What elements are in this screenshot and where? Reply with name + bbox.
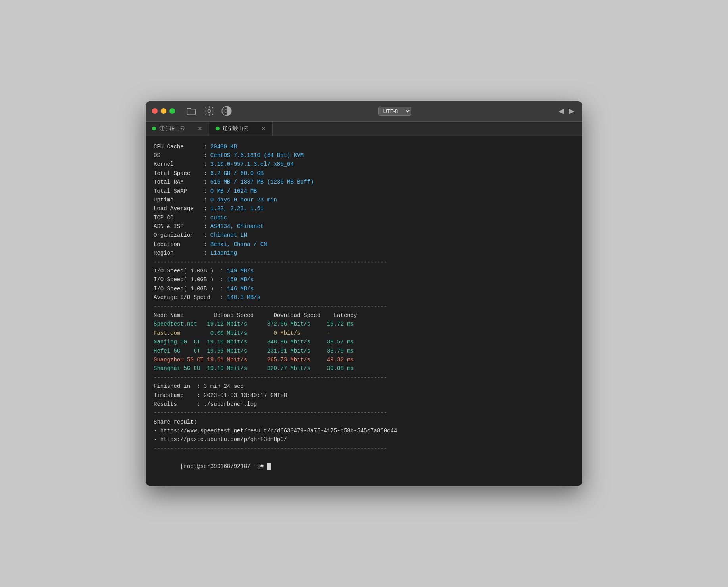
line-io-1: I/O Speed( 1.0GB ) : 149 MB/s [154,267,574,275]
node-fastcom: Fast.com 0.00 Mbit/s 0 Mbit/s - [154,329,574,338]
line-timestamp: Timestamp : 2023-01-03 13:40:17 GMT+8 [154,391,574,400]
node-speedtest: Speedtest.net 19.12 Mbit/s 372.56 Mbit/s… [154,320,574,328]
line-location: Location : Benxi, China / CN [154,240,574,249]
minimize-button[interactable] [161,108,166,114]
line-share-label: Share result: [154,418,574,426]
line-io-2: I/O Speed( 1.0GB ) : 150 MB/s [154,275,574,284]
node-nanjing: Nanjing 5G CT 19.10 Mbit/s 348.96 Mbit/s… [154,338,574,346]
line-cpu-cache: CPU Cache : 20480 KB [154,142,574,151]
line-total-space: Total Space : 6.2 GB / 60.0 GB [154,169,574,178]
table-header: Node Name Upload Speed Download Speed La… [154,311,574,320]
line-uptime: Uptime : 0 days 0 hour 23 min [154,196,574,204]
color-icon[interactable] [221,106,232,117]
titlebar-icons [186,106,232,117]
line-kernel: Kernel : 3.10.0-957.1.3.el7.x86_64 [154,160,574,169]
tab-2[interactable]: 辽宁鞍山云 ✕ [209,122,273,136]
tab-label-2: 辽宁鞍山云 [223,125,258,132]
line-load-avg: Load Average : 1.22, 2.23, 1.61 [154,204,574,213]
gear-icon[interactable] [204,106,215,117]
tab-1[interactable]: 辽宁鞍山云 ✕ [146,122,209,136]
prompt-line: [root@ser399168792187 ~]# [154,453,574,480]
line-tcp-cc: TCP CC : cubic [154,213,574,222]
maximize-button[interactable] [169,108,175,114]
tab-close-2[interactable]: ✕ [261,125,266,132]
tab-dot-1 [152,127,156,130]
line-share-url2: · https://paste.ubuntu.com/p/qhrF3dmHpC/ [154,435,574,444]
folder-icon[interactable] [186,106,197,117]
node-shanghai: Shanghai 5G CU 19.10 Mbit/s 320.77 Mbit/… [154,364,574,373]
nav-left-button[interactable]: ◀ [557,106,566,116]
encoding-select[interactable]: UTF-8 UTF-16 ASCII [378,107,411,116]
node-hefei: Hefei 5G CT 19.56 Mbit/s 231.91 Mbit/s 3… [154,347,574,355]
cursor [267,463,271,470]
line-total-swap: Total SWAP : 0 MB / 1024 MB [154,187,574,196]
terminal-wrapper: CPU Cache : 20480 KB OS : CentOS 7.6.181… [146,136,582,486]
separator-1: ----------------------------------------… [154,258,574,267]
line-asn-isp: ASN & ISP : AS4134, Chinanet [154,222,574,231]
tab-dot-2 [216,127,220,130]
tabs-bar: 辽宁鞍山云 ✕ 辽宁鞍山云 ✕ [146,122,582,136]
line-share-url1: · https://www.speedtest.net/result/c/d66… [154,426,574,435]
line-finished: Finished in : 3 min 24 sec [154,382,574,391]
line-io-3: I/O Speed( 1.0GB ) : 146 MB/s [154,284,574,293]
titlebar-center: UTF-8 UTF-16 ASCII [237,107,552,116]
terminal-window: UTF-8 UTF-16 ASCII ◀ ▶ 辽宁鞍山云 ✕ 辽宁鞍山云 ✕ C… [146,101,582,486]
tab-label-1: 辽宁鞍山云 [159,125,195,132]
line-os: OS : CentOS 7.6.1810 (64 Bit) KVM [154,151,574,160]
titlebar-nav: ◀ ▶ [557,106,576,116]
node-guangzhou: Guangzhou 5G CT 19.61 Mbit/s 265.73 Mbit… [154,355,574,364]
svg-point-0 [208,110,211,113]
separator-5: ----------------------------------------… [154,444,574,453]
line-total-ram: Total RAM : 516 MB / 1837 MB (1236 MB Bu… [154,178,574,186]
terminal-content[interactable]: CPU Cache : 20480 KB OS : CentOS 7.6.181… [146,136,582,486]
line-io-avg: Average I/O Speed : 148.3 MB/s [154,293,574,302]
prompt-text: [root@ser399168792187 ~]# [180,463,267,470]
line-org: Organization : Chinanet LN [154,231,574,240]
separator-2: ----------------------------------------… [154,302,574,311]
separator-3: ----------------------------------------… [154,373,574,382]
nav-right-button[interactable]: ▶ [567,106,576,116]
line-results: Results : ./superbench.log [154,400,574,409]
titlebar: UTF-8 UTF-16 ASCII ◀ ▶ [146,101,582,122]
separator-4: ----------------------------------------… [154,409,574,417]
tab-close-1[interactable]: ✕ [198,125,202,132]
line-region: Region : Liaoning [154,249,574,257]
traffic-lights [152,108,175,114]
close-button[interactable] [152,108,158,114]
